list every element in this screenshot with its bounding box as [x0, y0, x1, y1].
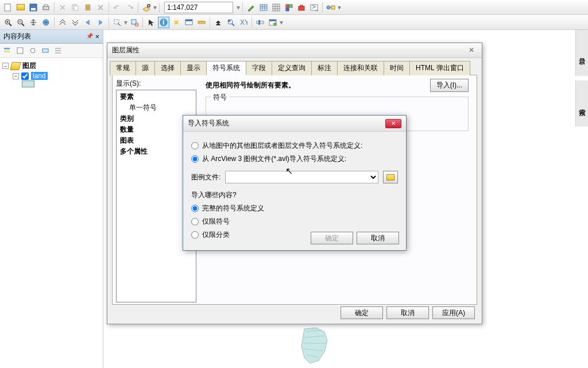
cut-icon[interactable] — [57, 2, 68, 13]
layer-label[interactable]: land — [31, 72, 48, 80]
pin-icon[interactable]: 📌 — [86, 33, 93, 41]
scale-input[interactable] — [164, 2, 233, 13]
svg-point-39 — [273, 22, 277, 26]
import-complete[interactable]: 完整的符号系统定义 — [191, 204, 398, 213]
svg-rect-20 — [331, 6, 335, 9]
options-icon[interactable] — [52, 45, 64, 56]
find-icon[interactable] — [212, 17, 224, 28]
pan-icon[interactable] — [28, 17, 39, 28]
svg-rect-30 — [185, 20, 192, 21]
browse-button[interactable] — [383, 171, 398, 183]
tab-source[interactable]: 源 — [136, 61, 155, 75]
tab-symbology[interactable]: 符号系统 — [206, 61, 246, 75]
toolbox-icon[interactable] — [296, 2, 307, 13]
collapse-icon[interactable]: − — [2, 63, 9, 69]
catalog-tab[interactable]: 目录 — [575, 30, 588, 76]
ok-button[interactable]: 确定 — [341, 306, 383, 319]
cat-features[interactable]: 要素 — [118, 91, 195, 102]
radio-from-avl[interactable] — [191, 155, 199, 163]
delete-icon[interactable] — [95, 2, 106, 13]
undo-icon[interactable] — [111, 2, 123, 13]
import-button[interactable]: 导入(I)... — [430, 79, 469, 92]
radio-from-layer[interactable] — [191, 142, 199, 150]
search-tab[interactable]: 搜索 — [575, 80, 588, 126]
list-by-source-icon[interactable] — [14, 45, 26, 56]
tab-selection[interactable]: 选择 — [154, 61, 181, 75]
fixed-zoom-out-icon[interactable] — [69, 17, 81, 28]
paste-icon[interactable] — [82, 2, 94, 13]
fixed-zoom-in-icon[interactable] — [57, 17, 68, 28]
table-icon[interactable] — [258, 2, 269, 13]
legend-file-input[interactable] — [225, 171, 378, 183]
prev-extent-icon[interactable] — [82, 17, 94, 28]
tab-display[interactable]: 显示 — [180, 61, 207, 75]
tab-definition-query[interactable]: 定义查询 — [272, 61, 312, 75]
tab-labels[interactable]: 标注 — [311, 61, 338, 75]
measure-icon[interactable] — [196, 17, 207, 28]
list-by-selection-icon[interactable] — [40, 45, 51, 56]
import-titlebar[interactable]: 导入符号系统 ✕ — [183, 116, 406, 132]
radio-symbols-only[interactable] — [191, 218, 199, 225]
zoom-in-icon[interactable] — [2, 17, 14, 28]
print-icon[interactable] — [40, 2, 52, 13]
full-extent-icon[interactable] — [40, 17, 52, 28]
save-icon[interactable] — [28, 2, 39, 13]
atlas-icon[interactable] — [283, 2, 295, 13]
python-icon[interactable]: >_ — [308, 2, 320, 13]
pointer-icon[interactable] — [145, 17, 157, 28]
redo-icon[interactable] — [124, 2, 136, 13]
tree-root-label: 图层 — [22, 61, 36, 71]
svg-rect-7 — [86, 5, 90, 10]
open-icon[interactable] — [15, 2, 26, 13]
html-popup-icon[interactable] — [183, 17, 195, 28]
tab-time[interactable]: 时间 — [384, 61, 410, 75]
tab-html-popup[interactable]: HTML 弹出窗口 — [409, 61, 470, 75]
editor-icon[interactable] — [245, 2, 257, 13]
svg-rect-44 — [42, 49, 48, 52]
collapse-icon[interactable]: − — [13, 73, 19, 79]
go-to-xy-icon[interactable]: XY — [238, 17, 249, 28]
list-by-visibility-icon[interactable] — [27, 45, 38, 56]
tab-joins[interactable]: 连接和关联 — [337, 61, 384, 75]
tree-root[interactable]: − 图层 — [2, 60, 100, 71]
clear-selection-icon[interactable] — [129, 17, 140, 28]
new-icon[interactable] — [2, 2, 14, 13]
tree-layer[interactable]: − land — [2, 71, 100, 80]
svg-rect-36 — [258, 20, 260, 25]
import-option-2[interactable]: 从 ArcView 3 图例文件(*.avl)导入符号系统定义: — [191, 154, 398, 164]
cancel-button[interactable]: 取消 — [357, 232, 399, 244]
svg-rect-42 — [17, 48, 23, 53]
time-slider-icon[interactable] — [254, 17, 266, 28]
cat-single-symbol[interactable]: 单一符号 — [118, 102, 195, 113]
layer-visibility-checkbox[interactable] — [21, 72, 29, 80]
radio-complete[interactable] — [191, 205, 199, 212]
ok-button[interactable]: 确定 — [311, 232, 353, 244]
svg-text:i: i — [163, 18, 164, 26]
identify-icon[interactable]: i — [158, 17, 169, 28]
close-icon[interactable]: ✕ — [466, 46, 477, 55]
tab-fields[interactable]: 字段 — [246, 61, 272, 75]
find-route-icon[interactable] — [225, 17, 237, 28]
apply-button[interactable]: 应用(A) — [432, 306, 475, 319]
svg-rect-4 — [44, 5, 48, 6]
list-by-drawing-icon[interactable] — [2, 45, 13, 56]
close-icon[interactable]: ✕ — [385, 119, 401, 128]
import-symbols-only[interactable]: 仅限符号 — [191, 217, 398, 227]
zoom-out-icon[interactable] — [15, 17, 26, 28]
select-features-icon[interactable] — [111, 17, 123, 28]
viewer-window-icon[interactable] — [267, 17, 278, 28]
cancel-button[interactable]: 取消 — [386, 306, 429, 319]
tab-general[interactable]: 常规 — [110, 61, 136, 75]
close-toc-icon[interactable]: × — [95, 33, 99, 41]
import-option-1[interactable]: 从地图中的其他图层或者图层文件导入符号系统定义: — [191, 141, 398, 151]
toc-panel: 内容列表 📌 × − 图层 − land — [0, 30, 103, 368]
next-extent-icon[interactable] — [95, 17, 106, 28]
grid-icon[interactable] — [270, 2, 282, 13]
dialog-titlebar[interactable]: 图层属性 ✕ — [107, 43, 482, 58]
radio-classes-only[interactable] — [191, 231, 199, 239]
hyperlink-icon[interactable] — [171, 17, 182, 28]
copy-icon[interactable] — [69, 2, 81, 13]
add-data-icon[interactable] — [141, 2, 152, 13]
svg-rect-33 — [228, 20, 230, 22]
model-icon[interactable] — [325, 2, 336, 13]
